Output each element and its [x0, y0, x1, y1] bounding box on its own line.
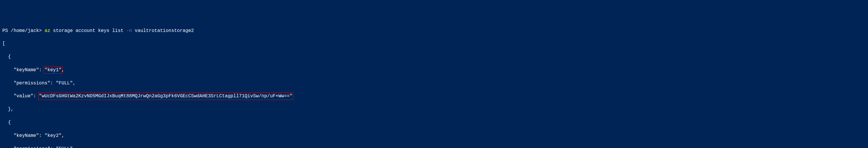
- highlight-key1-name: "key1": [44, 67, 62, 74]
- json-value-label: "value":: [13, 94, 36, 99]
- json-object-open: {: [2, 53, 866, 60]
- json-keyname-value: "key1": [44, 67, 62, 73]
- json-key2-keyname-line: "keyName": "key2",: [2, 133, 866, 139]
- highlight-key1-value: "wUcDFsGHGtWa2KzvND5MGdIJxBuqMt88MQJrwQn…: [38, 92, 293, 100]
- prompt-ps: PS: [2, 28, 8, 33]
- json-key1-permissions-line: "permissions": "FULL",: [2, 80, 866, 86]
- command-flag: -n: [126, 28, 132, 33]
- json-keyname-label: "keyName":: [13, 67, 42, 73]
- json-key1-value-line: "value": "wUcDFsGHGtWa2KzvND5MGdIJxBuqMt…: [2, 93, 866, 99]
- json-object-open: {: [2, 119, 866, 126]
- prompt-path: /home/jack: [11, 28, 39, 33]
- command-line[interactable]: PS /home/jack> az storage account keys l…: [2, 28, 866, 34]
- command-args: storage account keys list: [53, 28, 124, 33]
- json-permissions-value: "FULL": [56, 146, 73, 148]
- command-az: az: [44, 28, 50, 33]
- json-keyname-label: "keyName":: [13, 133, 42, 138]
- json-key2-permissions-line: "permissions": "FULL",: [2, 146, 866, 148]
- json-permissions-label: "permissions":: [13, 81, 53, 86]
- command-flag-value: vaultrotationstorage2: [135, 28, 194, 33]
- json-key1-keyname-line: "keyName": "key1",: [2, 67, 866, 73]
- json-keyname-value: "key2": [44, 133, 62, 138]
- prompt-separator: >: [39, 28, 42, 33]
- json-open-bracket: [: [2, 40, 866, 47]
- json-object-close: },: [2, 106, 866, 113]
- json-permissions-label: "permissions":: [13, 146, 53, 148]
- json-value-value: "wUcDFsGHGtWa2KzvND5MGdIJxBuqMt88MQJrwQn…: [39, 94, 292, 99]
- json-permissions-value: "FULL": [56, 81, 73, 86]
